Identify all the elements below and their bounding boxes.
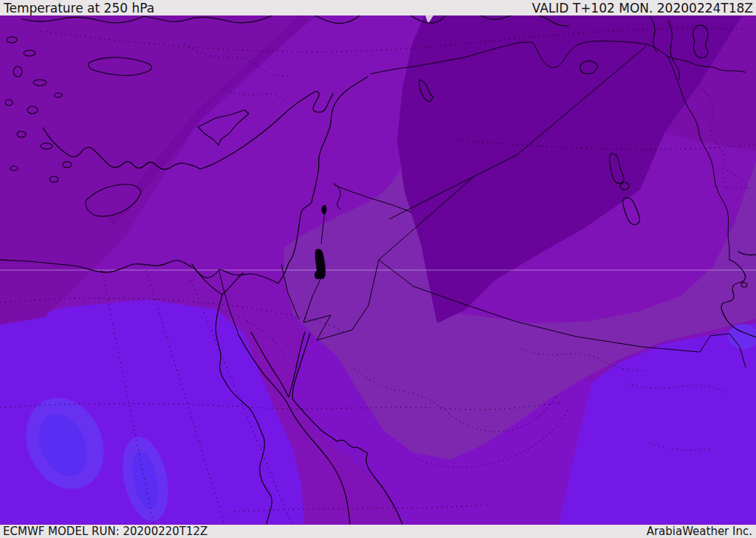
product-title: Temperature at 250 hPa — [4, 1, 154, 15]
footer-bar: ECMWF MODEL RUN: 20200220T12Z ArabiaWeat… — [0, 525, 756, 538]
model-run-label: ECMWF MODEL RUN: 20200220T12Z — [3, 525, 207, 538]
provider-label: ArabiaWeather Inc. — [647, 525, 752, 538]
sea-of-galilee — [322, 205, 327, 214]
header-bar: Temperature at 250 hPa VALID T+102 MON. … — [0, 0, 756, 15]
weather-map — [0, 15, 756, 525]
dead-sea-south-basin — [315, 271, 322, 280]
valid-time-label: VALID T+102 MON. 20200224T18Z — [532, 1, 753, 15]
